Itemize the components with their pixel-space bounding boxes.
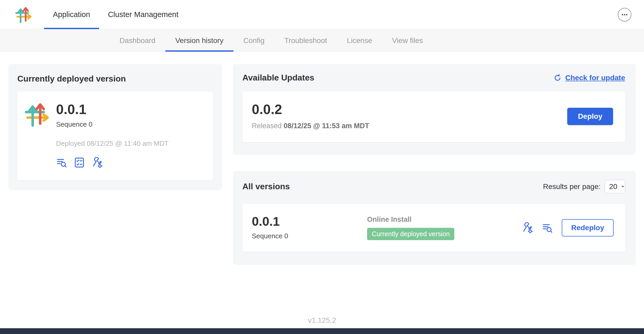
refresh-icon (554, 74, 561, 82)
version-row-status: Online Install Currently deployed versio… (367, 216, 522, 240)
header-right (618, 0, 631, 29)
check-for-update-label: Check for update (565, 74, 625, 82)
view-config-icon[interactable] (92, 157, 103, 168)
available-updates-card: Available Updates Check for update 0.0.2… (233, 64, 636, 155)
subnav-label-view-files: View files (392, 36, 423, 45)
app-logo-icon (25, 103, 49, 127)
row-version-number: 0.0.1 (252, 215, 367, 228)
tab-application[interactable]: Application (44, 0, 99, 29)
version-row-actions: Redeploy (522, 219, 614, 236)
view-config-icon[interactable] (522, 222, 533, 233)
deployed-version-number: 0.0.1 (56, 103, 168, 116)
release-notes-icon[interactable] (56, 157, 67, 168)
tab-cluster-management[interactable]: Cluster Management (99, 0, 187, 29)
available-updates-header: Available Updates Check for update (242, 73, 625, 83)
update-details: 0.0.2 Released 08/12/25 @ 11:53 am MDT (252, 103, 369, 130)
console-version: v1.125.2 (0, 316, 644, 325)
subnav-label-dashboard: Dashboard (119, 36, 155, 45)
right-column: Available Updates Check for update 0.0.2… (233, 64, 636, 265)
all-versions-title: All versions (242, 182, 290, 191)
main-content: Currently deployed version 0.0.1 Sequenc… (0, 52, 644, 265)
subnav-item-dashboard[interactable]: Dashboard (110, 29, 165, 52)
preflight-checks-icon[interactable] (74, 157, 85, 168)
update-released-line: Released 08/12/25 @ 11:53 am MDT (252, 122, 369, 130)
released-prefix: Released (252, 122, 284, 130)
app-subnav: Dashboard Version history Config Trouble… (0, 29, 644, 52)
bottom-bar (0, 328, 644, 334)
version-row: 0.0.1 Sequence 0 Online Install Currentl… (242, 204, 625, 252)
subnav-item-version-history[interactable]: Version history (165, 29, 233, 52)
all-versions-header: All versions Results per page: 20 (242, 180, 625, 193)
subnav-item-config[interactable]: Config (233, 29, 275, 52)
deployed-version-panel: 0.0.1 Sequence 0 Deployed 08/12/25 @ 11:… (17, 91, 213, 180)
subnav-item-troubleshoot[interactable]: Troubleshoot (275, 29, 337, 52)
tab-cluster-management-label: Cluster Management (108, 10, 178, 19)
currently-deployed-title: Currently deployed version (17, 74, 213, 84)
app-logo (15, 0, 31, 29)
subnav-label-license: License (347, 36, 372, 45)
redeploy-button[interactable]: Redeploy (562, 219, 614, 236)
deployed-sequence: Sequence 0 (56, 120, 168, 128)
ellipsis-icon (621, 11, 629, 19)
deployed-timestamp: Deployed 08/12/25 @ 11:40 am MDT (56, 139, 168, 148)
results-per-page-label: Results per page: (543, 182, 601, 191)
top-header: Application Cluster Management (0, 0, 644, 29)
subnav-label-config: Config (243, 36, 265, 45)
subnav-item-view-files[interactable]: View files (382, 29, 433, 52)
deploy-button[interactable]: Deploy (567, 108, 613, 125)
available-updates-title: Available Updates (242, 73, 314, 83)
deployed-actions (56, 157, 168, 168)
subnav-label-troubleshoot: Troubleshoot (285, 36, 327, 45)
row-sequence: Sequence 0 (252, 232, 367, 240)
update-version-number: 0.0.2 (252, 103, 369, 116)
release-notes-icon[interactable] (542, 222, 553, 233)
deployed-version-details: 0.0.1 Sequence 0 Deployed 08/12/25 @ 11:… (56, 103, 168, 168)
results-per-page: Results per page: 20 (543, 180, 625, 193)
currently-deployed-badge: Currently deployed version (367, 228, 454, 240)
check-for-update-link[interactable]: Check for update (554, 74, 625, 82)
app-logo-icon (15, 7, 31, 23)
currently-deployed-card: Currently deployed version 0.0.1 Sequenc… (8, 64, 222, 190)
update-row: 0.0.2 Released 08/12/25 @ 11:53 am MDT D… (242, 91, 625, 142)
version-row-details: 0.0.1 Sequence 0 (252, 215, 367, 240)
subnav-label-version-history: Version history (175, 36, 223, 45)
tab-application-label: Application (53, 10, 90, 19)
subnav-item-license[interactable]: License (337, 29, 382, 52)
results-per-page-select[interactable]: 20 (605, 180, 625, 193)
overflow-menu-button[interactable] (618, 8, 631, 21)
released-timestamp: 08/12/25 @ 11:53 am MDT (284, 122, 369, 130)
install-type-label: Online Install (367, 216, 522, 224)
all-versions-card: All versions Results per page: 20 0.0.1 … (233, 171, 636, 265)
